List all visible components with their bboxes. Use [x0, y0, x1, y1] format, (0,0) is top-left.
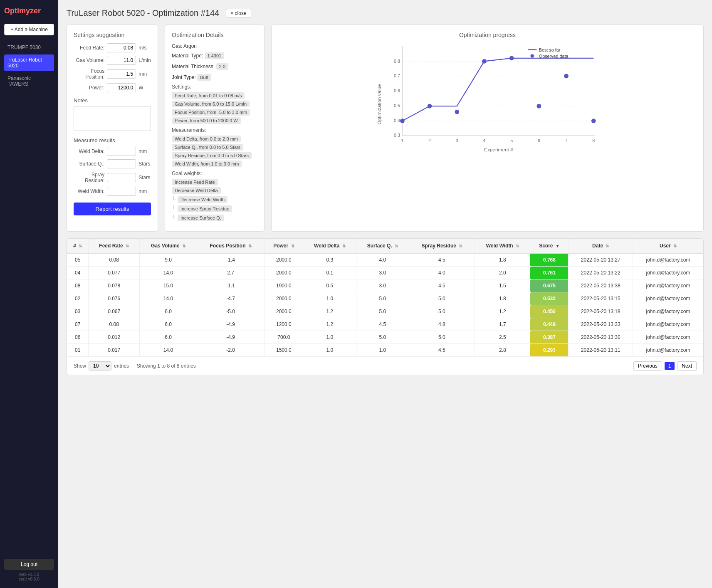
- svg-point-30: [564, 74, 569, 79]
- date-cell: 2022-05-20 13:30: [569, 331, 633, 344]
- col-date[interactable]: Date ⇅: [569, 239, 633, 253]
- gas-volume-label: Gas Volume:: [74, 57, 104, 63]
- table-cell: 03: [67, 305, 89, 318]
- table-cell: 1500.0: [265, 344, 303, 357]
- table-cell: 3.0: [356, 267, 409, 279]
- svg-text:Experiment #: Experiment #: [484, 147, 513, 153]
- page-1-button[interactable]: 1: [665, 362, 675, 370]
- col-spray-residue[interactable]: Spray Residue ⇅: [409, 239, 475, 253]
- table-cell: 1.0: [303, 331, 356, 344]
- next-button[interactable]: Next: [677, 361, 697, 371]
- pagination: Previous 1 Next: [633, 361, 697, 371]
- weld-width-measured: Weld Width: mm: [74, 187, 151, 196]
- table-cell: 5.0: [356, 292, 409, 305]
- table-cell: 700.0: [265, 331, 303, 344]
- table-cell: 14.0: [140, 344, 197, 357]
- focus-position-field: Focus Position: mm: [74, 68, 151, 80]
- prev-button[interactable]: Previous: [633, 361, 662, 371]
- power-input[interactable]: [107, 83, 136, 92]
- svg-text:3: 3: [456, 138, 458, 143]
- weld-delta-input[interactable]: [107, 147, 136, 156]
- feed-rate-field: Feed Rate: m/s: [74, 43, 151, 52]
- notes-label: Notes: [74, 97, 151, 104]
- close-button[interactable]: × close: [226, 9, 251, 18]
- col-feed-rate[interactable]: Feed Rate ⇅: [89, 239, 140, 253]
- svg-text:5: 5: [510, 138, 513, 143]
- gas-volume-input[interactable]: [107, 56, 136, 65]
- table-cell: 4.0: [356, 253, 409, 267]
- focus-position-label: Focus Position:: [74, 68, 104, 80]
- weld-width-label: Weld Width:: [74, 188, 104, 194]
- sidebar-item-trulaser[interactable]: TruLaser Robot 5020: [4, 54, 54, 71]
- date-cell: 2022-05-20 13:22: [569, 267, 633, 279]
- table-cell: 2000.0: [265, 253, 303, 267]
- table-cell: -4.9: [197, 331, 265, 344]
- score-cell: 0.768: [530, 253, 569, 267]
- table-cell: 1.2: [303, 318, 356, 331]
- gas-volume-unit: L/min: [138, 57, 151, 63]
- table-row: 060.0126.0-4.9700.01.05.05.02.50.3872022…: [67, 331, 703, 344]
- col-surface-q[interactable]: Surface Q. ⇅: [356, 239, 409, 253]
- score-cell: 0.449: [530, 318, 569, 331]
- col-weld-width[interactable]: Weld Width ⇅: [475, 239, 530, 253]
- col-user[interactable]: User ⇅: [633, 239, 704, 253]
- app-logo: Optimyzer: [4, 7, 54, 15]
- focus-position-input[interactable]: [107, 69, 136, 79]
- svg-point-25: [428, 104, 432, 109]
- chart-panel: Optimization progress Optimization value: [271, 25, 704, 232]
- settings-suggestion-panel: Settings suggestion Feed Rate: m/s Gas V…: [67, 25, 158, 232]
- table-cell: 2.5: [475, 331, 530, 344]
- indent-arrow-2: └: [172, 215, 176, 221]
- svg-point-28: [509, 56, 514, 60]
- svg-text:6: 6: [538, 138, 540, 143]
- measurement-tag-2: Spray Residue, from 0.0 to 5.0 Stars: [172, 152, 252, 159]
- entries-label: entries: [114, 363, 129, 369]
- sidebar-item-trumpf[interactable]: TRUMPF 5030: [4, 42, 54, 53]
- col-power[interactable]: Power ⇅: [265, 239, 303, 253]
- col-weld-delta[interactable]: Weld Delta ⇅: [303, 239, 356, 253]
- user-cell: john.d@factory.com: [633, 331, 704, 344]
- score-cell: 0.675: [530, 279, 569, 292]
- surface-q-input[interactable]: [107, 159, 136, 168]
- table-cell: 1.7: [475, 318, 530, 331]
- goal-tag-indent-1: └ Increase Spray Residue: [172, 205, 257, 213]
- top-row: Settings suggestion Feed Rate: m/s Gas V…: [67, 25, 704, 232]
- score-cell: 0.387: [530, 331, 569, 344]
- weld-width-input[interactable]: [107, 187, 136, 196]
- table-cell: 3.0: [356, 279, 409, 292]
- power-unit: W: [138, 85, 151, 91]
- spray-residue-input[interactable]: [107, 173, 136, 182]
- table-cell: 1.5: [475, 279, 530, 292]
- sidebar-item-panasonic[interactable]: Panasonic TAWERS: [4, 73, 54, 89]
- col-num[interactable]: # ⇅: [67, 239, 89, 253]
- gas-label: Gas:: [172, 43, 182, 49]
- weld-delta-unit: mm: [138, 148, 151, 154]
- svg-point-26: [455, 110, 459, 114]
- table-row: 050.089.0-1.42000.00.34.04.51.80.7682022…: [67, 253, 703, 267]
- report-results-button[interactable]: Report results: [74, 203, 151, 215]
- goal-weights-group: Goal weights: Increase Feed Rate Decreas…: [172, 170, 257, 222]
- table-cell: 4.0: [409, 267, 475, 279]
- feed-rate-input[interactable]: [107, 43, 136, 52]
- svg-text:0.3: 0.3: [394, 133, 400, 138]
- svg-text:7: 7: [565, 138, 568, 143]
- weld-delta-label: Weld Delta:: [74, 148, 104, 154]
- svg-text:0.8: 0.8: [394, 59, 400, 64]
- date-cell: 2022-05-20 13:11: [569, 344, 633, 357]
- col-focus-position[interactable]: Focus Position ⇅: [197, 239, 265, 253]
- col-score[interactable]: Score ▼: [530, 239, 569, 253]
- notes-textarea[interactable]: [74, 106, 151, 131]
- settings-tag-1: Gas Volume, from 6.0 to 15.0 L/min: [172, 101, 250, 107]
- table-cell: 4.5: [409, 253, 475, 267]
- col-gas-volume[interactable]: Gas Volume ⇅: [140, 239, 197, 253]
- svg-text:0.6: 0.6: [394, 88, 400, 93]
- table-row: 010.01714.0-2.01500.01.01.04.52.80.29320…: [67, 344, 703, 357]
- entries-select[interactable]: 10 25 50 100: [89, 361, 111, 371]
- material-type-detail: Material Type: 1.4301: [172, 52, 257, 60]
- add-machine-button[interactable]: + Add a Machine: [4, 24, 54, 35]
- logout-button[interactable]: Log out: [4, 559, 54, 570]
- user-cell: john.d@factory.com: [633, 292, 704, 305]
- table-cell: 0.08: [89, 318, 140, 331]
- svg-text:4: 4: [483, 138, 485, 143]
- table-cell: 5.0: [356, 331, 409, 344]
